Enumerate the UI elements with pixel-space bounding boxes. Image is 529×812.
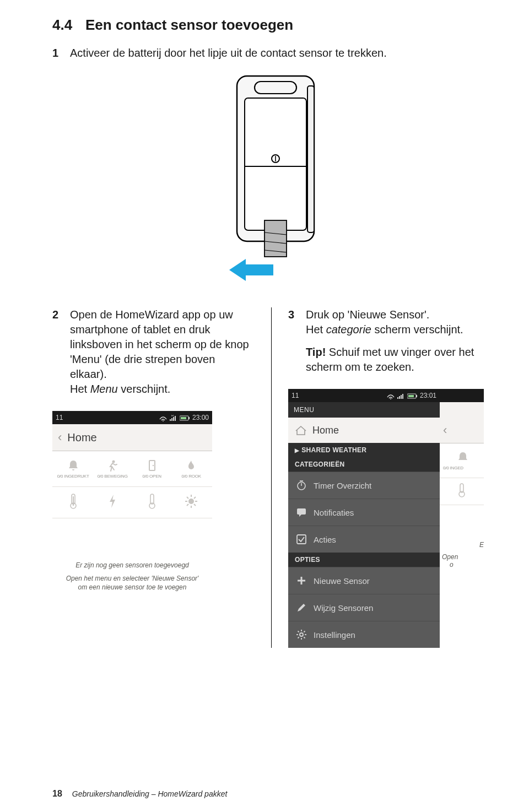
timer-icon — [296, 480, 307, 491]
svg-line-59 — [304, 637, 305, 638]
step-2-result-c: verschijnt. — [118, 383, 171, 395]
svg-point-38 — [390, 398, 391, 399]
svg-rect-19 — [188, 417, 190, 419]
section-title-text: Een contact sensor toevoegen — [85, 17, 293, 33]
svg-rect-22 — [149, 461, 155, 470]
left-column: 2 Open de HomeWizard app op uw smartphon… — [52, 307, 271, 648]
status-bar-r: 11 23:01 — [288, 389, 440, 402]
menu-item-actions-label: Acties — [314, 535, 336, 544]
svg-rect-11 — [307, 86, 314, 232]
step-2-text: Open de HomeWizard app op uw smartphone … — [70, 308, 249, 380]
svg-line-34 — [187, 497, 188, 499]
status-cap-2: 0/0 BEWEGING — [93, 474, 133, 479]
status-cell-motion: 0/0 BEWEGING — [93, 459, 133, 479]
thermo2-icon — [132, 493, 172, 512]
svg-point-29 — [188, 499, 194, 504]
step-3-body: Druk op 'Nieuwe Sensor'. Het categorie s… — [306, 307, 490, 375]
menu-section-categories: CATEGORIEËN — [288, 457, 440, 472]
svg-rect-45 — [408, 395, 414, 397]
bell-icon — [456, 451, 469, 464]
peek-l1: E — [442, 541, 484, 549]
status-cap-4: 0/0 ROOK — [172, 474, 212, 479]
title-bar[interactable]: ‹ Home — [52, 424, 212, 451]
status-icons: R 23:00 — [158, 414, 209, 421]
step-3: 3 Druk op 'Nieuwe Sensor'. Het categorie… — [288, 307, 490, 375]
status-cell-pressed: 0/0 INGEDRUKT — [53, 459, 93, 479]
menu-item-actions[interactable]: Acties — [288, 526, 440, 553]
menu-home-item[interactable]: Home — [288, 418, 440, 443]
peek-title-bar[interactable]: ‹ — [440, 418, 484, 443]
triangle-icon: ▶ — [295, 447, 299, 453]
page-footer: 18 Gebruikershandleiding – HomeWizard pa… — [52, 789, 227, 799]
menu-section-options: OPTIES — [288, 553, 440, 567]
chevron-left-icon: ‹ — [58, 430, 62, 445]
svg-line-58 — [298, 631, 299, 632]
menu-item-new-label: Nieuwe Sensor — [314, 576, 370, 586]
menu-item-timer-label: Timer Overzicht — [314, 481, 371, 490]
empty-line-2: Open het menu en selecteer 'Nieuwe Senso… — [62, 575, 202, 592]
step-2-number: 2 — [52, 307, 70, 322]
step-3-number: 3 — [288, 307, 306, 322]
status-left: 11 — [56, 414, 63, 421]
svg-rect-2 — [245, 98, 306, 230]
empty-line-1: Er zijn nog geen sensoren toegevoegd — [75, 561, 188, 569]
menu-item-notif-label: Notificaties — [314, 508, 354, 517]
step-3-result-c: scherm verschijnt. — [371, 323, 463, 335]
two-column-block: 2 Open de HomeWizard app op uw smartphon… — [52, 307, 490, 648]
status-cell-smoke: 0/0 ROOK — [172, 459, 212, 479]
status-cell-open: 0/0 OPEN — [132, 459, 172, 479]
menu-item-settings[interactable]: Instellingen — [288, 621, 440, 648]
svg-point-21 — [112, 461, 115, 463]
menu-header: MENU — [288, 402, 440, 418]
battery-icon — [407, 393, 418, 399]
battery-icon — [180, 415, 191, 421]
status-time-r: 23:01 — [420, 392, 436, 399]
menu-panel: 11 23:01 MENU Home ▶SHARED WEATHER — [288, 389, 440, 648]
svg-rect-15 — [173, 417, 174, 421]
signal-icon: R — [170, 415, 176, 421]
gear-icon — [296, 629, 307, 640]
menu-item-notifications[interactable]: Notificaties — [288, 499, 440, 526]
svg-line-35 — [194, 504, 196, 506]
peek-spacer — [440, 402, 484, 418]
svg-rect-16 — [175, 416, 176, 421]
thermo-icon — [441, 483, 483, 500]
screen-title: Home — [67, 431, 96, 444]
svg-point-12 — [163, 420, 164, 421]
svg-text:R: R — [171, 415, 174, 417]
chevron-left-icon: ‹ — [443, 423, 447, 437]
peek-cap: 0/0 INGED — [443, 465, 483, 470]
menu-item-edit-sensors[interactable]: Wijzig Sensoren — [288, 594, 440, 621]
svg-line-60 — [304, 631, 305, 632]
svg-rect-49 — [297, 508, 306, 515]
menu-item-new-sensor[interactable]: Nieuwe Sensor — [288, 567, 440, 594]
status-cap-1: 0/0 INGEDRUKT — [53, 474, 93, 479]
pencil-icon — [296, 602, 307, 613]
step-2-result-a: Het — [70, 383, 90, 395]
step-2-body: Open de HomeWizard app op uw smartphone … — [70, 307, 255, 397]
menu-item-timer[interactable]: Timer Overzicht — [288, 472, 440, 499]
menu-section-shared-label: SHARED WEATHER — [301, 446, 366, 454]
step-2: 2 Open de HomeWizard app op uw smartphon… — [52, 307, 255, 397]
svg-rect-44 — [416, 395, 417, 397]
sensor-status-row: 0/0 INGEDRUKT 0/0 BEWEGING 0/0 OPEN 0/0 … — [52, 451, 212, 487]
footer-text: Gebruikershandleiding – HomeWizard pakke… — [72, 789, 228, 798]
svg-line-61 — [298, 637, 299, 638]
step-3-result-b: categorie — [326, 323, 371, 335]
empty-state: Er zijn nog geen sensoren toegevoegd Ope… — [52, 518, 212, 635]
bell-icon — [67, 459, 80, 472]
step-1: 1 Activeer de batterij door het lipje ui… — [52, 46, 490, 61]
svg-rect-13 — [170, 419, 171, 421]
menu-home-label: Home — [312, 425, 339, 436]
peek-l2: Open — [442, 553, 458, 561]
svg-marker-10 — [229, 259, 273, 281]
svg-rect-14 — [171, 418, 172, 421]
svg-rect-40 — [399, 396, 400, 399]
menu-item-edit-label: Wijzig Sensoren — [314, 603, 373, 613]
page: 4.4Een contact sensor toevoegen 1 Active… — [0, 0, 529, 812]
contact-sensor-illustration — [214, 71, 330, 285]
status-left-r: 11 — [292, 392, 299, 399]
menu-section-shared[interactable]: ▶SHARED WEATHER — [288, 443, 440, 457]
peek-status-bar — [440, 389, 484, 402]
peek-l3: o — [442, 561, 454, 569]
